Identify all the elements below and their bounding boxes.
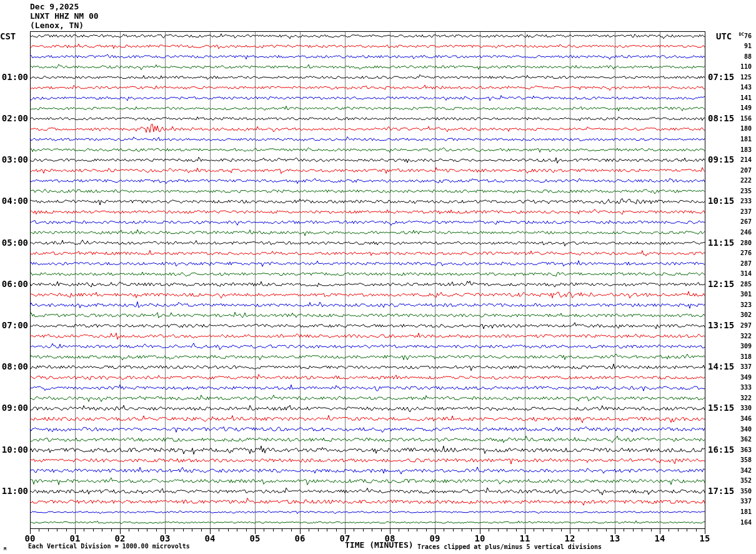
cst-hour-label: 11:00 [0,486,28,495]
trace-amplitude-value: 164 [715,520,752,526]
x-tick-label: 02 [111,534,129,543]
x-tick-label: 15 [695,534,714,543]
trace-amplitude-value: 285 [715,281,752,288]
trace-amplitude-value: 125 [715,74,752,81]
trace-amplitude-value: 346 [715,416,752,422]
cst-hour-label: 07:00 [0,321,28,330]
trace-amplitude-value: 141 [715,95,752,101]
trace-amplitude-value: 181 [715,509,752,515]
trace-amplitude-value: 301 [715,291,752,298]
trace-amplitude-value: 363 [715,447,752,453]
header-date: Dec 9,2025 [30,2,79,11]
trace-amplitude-value: 330 [715,405,752,411]
trace-amplitude-value: 342 [715,468,752,474]
trace-amplitude-value: 207 [715,168,752,174]
header-location: (Lenox, TN) [30,21,84,30]
trace-amplitude-value: 156 [715,116,752,122]
x-tick-label: 12 [560,534,579,543]
trace-amplitude-value: 181 [715,136,752,143]
cst-hour-label: 02:00 [0,114,28,123]
trace-amplitude-value: 183 [715,147,752,153]
trace-amplitude-value: 180 [715,126,752,132]
trace-amplitude-value: 323 [715,302,752,308]
trace-amplitude-value: 222 [715,178,752,184]
trace-amplitude-value: 110 [715,64,752,70]
footer-logo-mark: M [4,546,6,551]
trace-amplitude-value: 349 [715,375,752,381]
x-tick-label: 10 [470,534,489,543]
x-tick-label: 09 [425,534,444,543]
trace-amplitude-value: 337 [715,498,752,505]
trace-amplitude-value: 318 [715,354,752,360]
trace-amplitude-value: 287 [715,261,752,267]
cst-hour-label: 06:00 [0,280,28,288]
helicorder-screen: Dec 9,2025 LNXT HHZ NM 00 (Lenox, TN) CS… [0,0,756,554]
x-tick-label: 01 [66,534,84,543]
cst-hour-label: 01:00 [0,73,28,81]
x-tick-label: 05 [246,534,264,543]
left-timezone-label: CST [0,31,16,41]
trace-amplitude-value: 340 [715,426,752,433]
cst-hour-label: 08:00 [0,362,28,371]
trace-amplitude-value: 337 [715,364,752,370]
cst-hour-label: 04:00 [0,196,28,205]
header-station: LNXT HHZ NM 00 [30,11,99,21]
trace-amplitude-value: 309 [715,343,752,350]
trace-amplitude-value: 322 [715,333,752,340]
x-tick-label: 06 [291,534,309,543]
trace-amplitude-value: 233 [715,198,752,204]
scale-note: Each Vertical Division = 1000.00 microvo… [28,543,190,550]
trace-amplitude-value: 280 [715,240,752,246]
trace-amplitude-value: 149 [715,105,752,111]
x-tick-label: 04 [201,534,219,543]
trace-amplitude-value: 358 [715,457,752,463]
x-tick-label: 14 [650,534,669,543]
trace-amplitude-value: 91 [715,43,752,49]
seismogram-plot-canvas [0,0,756,554]
trace-amplitude-value: 235 [715,188,752,194]
trace-amplitude-value: 352 [715,478,752,484]
x-tick-label: 13 [605,534,624,543]
trace-amplitude-value: 143 [715,84,752,91]
trace-amplitude-value: 302 [715,312,752,318]
x-tick-label: 11 [515,534,534,543]
cst-hour-label: 10:00 [0,445,28,454]
dc-prefix: DC [739,32,744,37]
x-axis-title: TIME (MINUTES) [345,540,414,550]
trace-amplitude-value: 237 [715,209,752,215]
trace-amplitude-value: 350 [715,488,752,495]
trace-amplitude-value: 276 [715,250,752,256]
clip-note: Traces clipped at plus/minus 5 vertical … [417,543,602,550]
cst-hour-label: 05:00 [0,238,28,247]
trace-amplitude-value: 362 [715,436,752,443]
trace-amplitude-value: 88 [715,54,752,60]
cst-hour-label: 03:00 [0,155,28,164]
trace-amplitude-value: 314 [715,271,752,277]
trace-amplitude-value: 267 [715,219,752,225]
x-tick-label: 03 [156,534,174,543]
trace-amplitude-value: DC76 [715,33,752,40]
cst-hour-label: 09:00 [0,403,28,412]
trace-amplitude-value: 246 [715,229,752,236]
trace-amplitude-value: 214 [715,157,752,163]
trace-amplitude-value: 322 [715,395,752,401]
trace-amplitude-value: 333 [715,385,752,391]
x-tick-label: 00 [21,534,39,543]
trace-amplitude-value: 297 [715,323,752,329]
